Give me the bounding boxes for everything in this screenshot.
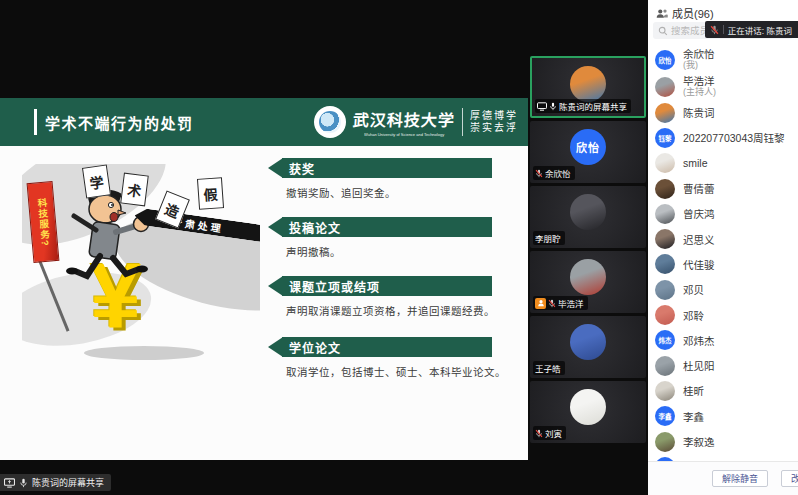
avatar: 炜杰 <box>655 330 675 350</box>
avatar: 欣怡 <box>655 50 675 70</box>
member-name: 邓炜杰 <box>683 333 715 348</box>
host-badge-icon <box>535 298 546 309</box>
avatar <box>655 280 675 300</box>
title-accent-bar <box>34 109 37 135</box>
avatar <box>655 381 675 401</box>
mic-icon <box>19 478 28 488</box>
avatar <box>570 194 606 230</box>
item-body: 撤销奖励、追回奖金。 <box>286 185 494 200</box>
mic-muted-icon <box>535 169 543 178</box>
member-row[interactable]: 曾庆鸿 <box>648 201 798 226</box>
avatar <box>655 356 675 376</box>
member-row[interactable]: 杜见阳 <box>648 353 798 378</box>
member-role: (主持人) <box>683 87 716 98</box>
members-panel-header: 成员(96) <box>656 5 714 21</box>
members-count: 成员(96) <box>672 5 714 21</box>
video-thumbnail-presenter[interactable]: 陈贵词的屏幕共享 <box>530 56 646 118</box>
member-row[interactable]: 李叙逸 <box>648 429 798 454</box>
members-panel-footer: 解除静音 改名 <box>648 461 798 495</box>
avatar <box>570 66 606 102</box>
member-row[interactable]: 炜杰 邓炜杰 <box>648 328 798 353</box>
thumbnail-label: 刘寅 <box>545 427 562 439</box>
member-row[interactable]: 欣怡 余欣怡(我) <box>648 46 798 73</box>
member-row[interactable]: smile <box>648 151 798 176</box>
member-row[interactable]: 曹倩蕾 <box>648 176 798 201</box>
member-name: 李叙逸 <box>683 434 715 449</box>
video-thumbnail[interactable]: 李朋聍 <box>530 186 646 248</box>
member-row[interactable]: 迟思义 <box>648 226 798 251</box>
slide-item-thesis: 学位论文 取消学位，包括博士、硕士、本科毕业论文。 <box>268 337 494 379</box>
thumbnail-label: 李朋聍 <box>535 232 561 244</box>
paper-card: 学 <box>82 164 111 198</box>
video-thumbnail[interactable]: 王子皓 <box>530 316 646 378</box>
triangle-bullet-icon <box>268 158 283 178</box>
mic-muted-icon <box>548 299 556 308</box>
university-name: 武汉科技大学 <box>352 107 456 131</box>
university-name-en: Wuhan University of Science and Technolo… <box>364 132 444 137</box>
video-thumbnail[interactable]: 欣怡 余欣怡 <box>530 121 646 183</box>
avatar: 李鑫 <box>655 406 675 426</box>
avatar <box>655 153 675 173</box>
thumbnail-label: 王子皓 <box>535 362 561 374</box>
item-body: 声明取消课题立项资格，并追回课题经费。 <box>286 303 494 318</box>
member-role: (我) <box>683 60 715 71</box>
member-name: 邓聆 <box>683 308 704 323</box>
presentation-slide: 学术不端行为的处罚 武汉科技大学 Wuhan University of Sci… <box>0 98 528 460</box>
mic-muted-icon <box>535 429 543 438</box>
avatar <box>655 204 675 224</box>
member-row[interactable]: 代佳骏 <box>648 252 798 277</box>
cartoon-man <box>58 186 173 306</box>
member-row[interactable]: 李鑫 李鑫 <box>648 404 798 429</box>
avatar <box>655 432 675 452</box>
search-icon <box>658 26 668 36</box>
university-logo <box>314 106 346 138</box>
slide-branding: 武汉科技大学 Wuhan University of Science and T… <box>314 98 518 146</box>
slide-title: 学术不端行为的处罚 <box>45 112 194 133</box>
toast-divider <box>723 25 724 34</box>
rename-button[interactable]: 改名 <box>781 470 798 487</box>
member-row[interactable] <box>648 454 798 461</box>
member-list[interactable]: 欣怡 余欣怡(我) 毕浩洋(主持人) 陈贵词 钰黎 202207703043周钰… <box>648 46 798 461</box>
video-thumbnail[interactable]: 刘寅 <box>530 381 646 443</box>
slide-item-submission: 投稿论文 声明撤稿。 <box>268 217 494 259</box>
item-heading: 学位论文 <box>282 337 492 357</box>
screen-share-icon <box>4 478 15 488</box>
screen-share-icon <box>537 102 547 111</box>
member-row[interactable]: 桂昕 <box>648 378 798 403</box>
mic-icon <box>549 102 557 111</box>
member-name: 杜见阳 <box>683 358 715 373</box>
member-name: 毕浩洋 <box>683 76 716 87</box>
meeting-app: 学术不端行为的处罚 武汉科技大学 Wuhan University of Sci… <box>0 0 798 495</box>
member-name: 迟思义 <box>683 232 715 247</box>
slide-item-project: 课题立项或结项 声明取消课题立项资格，并追回课题经费。 <box>268 276 494 318</box>
avatar <box>655 305 675 325</box>
cartoon-illustration: 科技服务? ¥ <box>22 164 260 366</box>
speaking-toast-text: 正在讲话: 陈贵词 <box>728 24 792 36</box>
member-name: 202207703043周钰黎 <box>683 130 785 145</box>
member-row[interactable]: 邓贝 <box>648 277 798 302</box>
item-body: 声明撤稿。 <box>286 244 494 259</box>
member-row[interactable]: 毕浩洋(主持人) <box>648 73 798 100</box>
slide-header: 学术不端行为的处罚 武汉科技大学 Wuhan University of Sci… <box>0 98 528 146</box>
triangle-bullet-icon <box>268 337 283 357</box>
item-body: 取消学位，包括博士、硕士、本科毕业论文。 <box>286 364 494 379</box>
avatar <box>570 324 606 360</box>
thumbnail-label: 陈贵词的屏幕共享 <box>559 100 627 112</box>
avatar <box>570 259 606 295</box>
video-thumbnail-host[interactable]: 毕浩洋 <box>530 251 646 313</box>
item-heading: 投稿论文 <box>282 217 492 237</box>
avatar <box>655 229 675 249</box>
member-row[interactable]: 邓聆 <box>648 302 798 327</box>
triangle-bullet-icon <box>268 276 283 296</box>
unmute-button[interactable]: 解除静音 <box>712 470 768 487</box>
mic-muted-icon <box>710 25 719 35</box>
slide-item-award: 获奖 撤销奖励、追回奖金。 <box>268 158 494 200</box>
avatar <box>655 179 675 199</box>
member-row[interactable]: 陈贵词 <box>648 100 798 125</box>
member-name: 李鑫 <box>683 409 704 424</box>
screen-share-indicator: 陈贵词的屏幕共享 <box>0 474 111 491</box>
member-name: 邓贝 <box>683 282 704 297</box>
member-name: 代佳骏 <box>683 257 715 272</box>
members-icon <box>656 8 668 19</box>
member-row[interactable]: 钰黎 202207703043周钰黎 <box>648 125 798 150</box>
